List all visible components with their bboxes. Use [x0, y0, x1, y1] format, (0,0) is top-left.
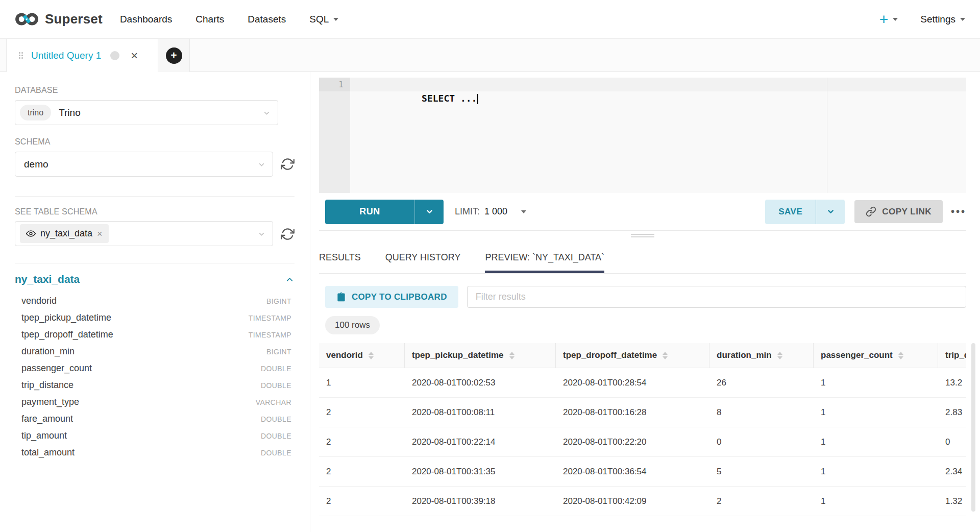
- limit-dropdown[interactable]: LIMIT: 1 000: [455, 206, 526, 217]
- add-tab-area: +: [158, 39, 190, 72]
- tab-preview-ny-taxi-data[interactable]: PREVIEW: `NY_TAXI_DATA`: [485, 252, 604, 273]
- collapse-chevron-up-icon[interactable]: [285, 275, 295, 284]
- table-cell: 2.34: [938, 457, 966, 486]
- new-menu-button[interactable]: +: [879, 12, 898, 27]
- add-tab-button[interactable]: +: [166, 47, 182, 64]
- schema-label: SCHEMA: [15, 137, 295, 147]
- sort-icon[interactable]: [898, 352, 903, 359]
- table-cell: 5: [709, 457, 814, 486]
- column-name: trip_distance: [15, 380, 74, 391]
- database-label: DATABASE: [15, 86, 295, 95]
- schema-column-row: duration_minBIGINT: [15, 343, 295, 360]
- table-cell: 8: [709, 398, 814, 427]
- query-status-dot: [110, 51, 119, 60]
- schema-select[interactable]: demo: [15, 152, 273, 177]
- filter-results-input[interactable]: [467, 286, 966, 308]
- nav-item-label: SQL: [309, 14, 329, 25]
- refresh-tables-icon[interactable]: [281, 227, 295, 241]
- table-chip: ny_taxi_data ×: [20, 224, 109, 243]
- limit-label: LIMIT:: [455, 206, 480, 217]
- pane-drag-handle[interactable]: [631, 234, 654, 237]
- close-tab-icon[interactable]: ×: [131, 50, 138, 62]
- table-cell: 26: [709, 368, 814, 397]
- table-cell: 1: [814, 368, 938, 397]
- results-controls: COPY TO CLIPBOARD: [319, 286, 966, 308]
- chevron-down-icon: [257, 160, 266, 171]
- schema-column-row: vendoridBIGINT: [15, 293, 295, 309]
- nav-item-sql[interactable]: SQL: [309, 14, 338, 25]
- schema-column-row: tip_amountDOUBLE: [15, 427, 295, 444]
- chevron-down-icon: [262, 109, 271, 119]
- editor-gutter: 1: [319, 78, 350, 193]
- drag-grip-icon[interactable]: [19, 52, 23, 59]
- table-cell: 2020-08-01T00:39:18: [405, 487, 556, 516]
- limit-value: 1 000: [484, 206, 507, 217]
- save-dropdown-button[interactable]: [816, 200, 845, 224]
- sort-icon[interactable]: [369, 352, 374, 359]
- column-header-passenger-count[interactable]: passenger_count: [814, 343, 938, 368]
- column-header-label: duration_min: [717, 350, 772, 360]
- chevron-down-icon: [521, 210, 526, 213]
- settings-label: Settings: [920, 14, 955, 25]
- column-type: DOUBLE: [261, 415, 291, 423]
- print-margin-line: [827, 78, 827, 193]
- tab-query-history[interactable]: QUERY HISTORY: [385, 252, 461, 273]
- column-header-tpep-dropoff-datetime[interactable]: tpep_dropoff_datetime: [556, 343, 709, 368]
- more-menu-button[interactable]: •••: [951, 206, 966, 217]
- table-cell: 0: [938, 427, 966, 456]
- sql-editor[interactable]: 1 SELECT ...: [319, 78, 966, 193]
- results-table: vendoridtpep_pickup_datetimetpep_dropoff…: [319, 343, 966, 516]
- table-name-link[interactable]: ny_taxi_data: [15, 273, 80, 285]
- superset-sqllab-app: Superset DashboardsChartsDatasetsSQL + S…: [0, 0, 980, 532]
- copy-link-label: COPY LINK: [882, 207, 932, 217]
- schema-column-row: tpep_dropoff_datetimeTIMESTAMP: [15, 326, 295, 343]
- nav-item-charts[interactable]: Charts: [195, 14, 224, 25]
- column-name: tpep_pickup_datetime: [15, 312, 111, 323]
- column-name: payment_type: [15, 397, 79, 407]
- table-chip-label: ny_taxi_data: [40, 228, 92, 239]
- query-tab-active[interactable]: Untitled Query 1 ×: [6, 39, 158, 72]
- editor-code-area[interactable]: SELECT ...: [350, 78, 966, 193]
- sqllab-sidebar: DATABASE trino Trino SCHEMA demo: [0, 72, 310, 532]
- column-header-tpep-pickup-datetime[interactable]: tpep_pickup_datetime: [405, 343, 556, 368]
- sql-code-text: SELECT ...: [422, 93, 477, 104]
- sort-icon[interactable]: [509, 352, 514, 359]
- remove-table-icon[interactable]: ×: [97, 229, 103, 238]
- vertical-scrollbar[interactable]: [971, 343, 975, 512]
- text-cursor: [477, 94, 478, 104]
- column-header-label: trip_distance: [945, 350, 966, 360]
- schema-column-row: total_amountDOUBLE: [15, 444, 295, 461]
- column-header-vendorid[interactable]: vendorid: [319, 343, 405, 368]
- run-dropdown-button[interactable]: [415, 200, 444, 224]
- copy-link-button[interactable]: COPY LINK: [854, 200, 943, 223]
- superset-logo[interactable]: Superset: [15, 11, 103, 27]
- table-cell: 2: [319, 457, 405, 486]
- column-type: DOUBLE: [261, 381, 291, 390]
- table-cell: 1: [814, 457, 938, 486]
- settings-menu-button[interactable]: Settings: [920, 14, 965, 25]
- database-select[interactable]: trino Trino: [15, 100, 278, 125]
- column-header-trip-distance[interactable]: trip_distance: [938, 343, 966, 368]
- schema-column-row: fare_amountDOUBLE: [15, 410, 295, 427]
- column-name: tpep_dropoff_datetime: [15, 329, 113, 340]
- run-label: RUN: [325, 200, 414, 224]
- column-header-label: tpep_pickup_datetime: [412, 350, 504, 360]
- table-row: 22020-08-01T00:31:352020-08-01T00:36:545…: [319, 457, 966, 487]
- table-cell: 1: [814, 427, 938, 456]
- table-schema-select[interactable]: ny_taxi_data ×: [15, 221, 273, 246]
- tab-results[interactable]: RESULTS: [319, 252, 361, 273]
- nav-item-datasets[interactable]: Datasets: [248, 14, 286, 25]
- table-columns-list: vendoridBIGINTtpep_pickup_datetimeTIMEST…: [15, 293, 295, 461]
- column-header-duration-min[interactable]: duration_min: [709, 343, 814, 368]
- run-button[interactable]: RUN: [325, 200, 444, 224]
- content: DATABASE trino Trino SCHEMA demo: [0, 72, 980, 532]
- table-cell: 13.2: [938, 368, 966, 397]
- nav-item-label: Datasets: [248, 14, 286, 25]
- sort-icon[interactable]: [663, 352, 668, 359]
- nav-item-dashboards[interactable]: Dashboards: [120, 14, 172, 25]
- copy-to-clipboard-button[interactable]: COPY TO CLIPBOARD: [325, 286, 458, 308]
- save-button[interactable]: SAVE: [765, 200, 845, 224]
- sort-icon[interactable]: [777, 352, 782, 359]
- brand-name: Superset: [45, 11, 103, 27]
- refresh-schemas-icon[interactable]: [281, 157, 295, 171]
